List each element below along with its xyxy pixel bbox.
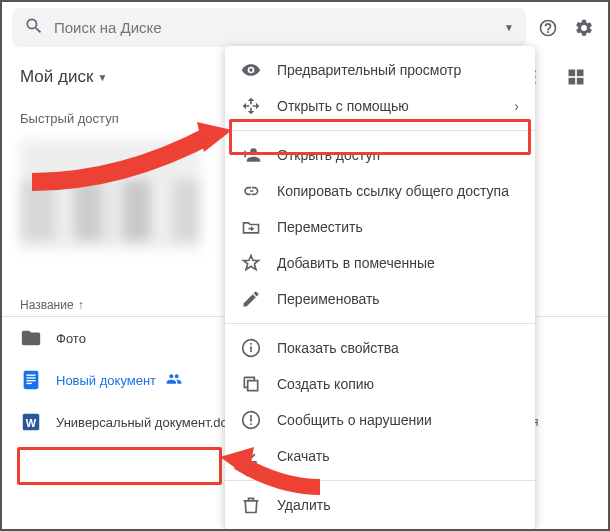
svg-rect-15: [250, 343, 252, 345]
ctx-details[interactable]: Показать свойства: [225, 330, 535, 366]
ctx-divider: [225, 323, 535, 324]
star-icon: [241, 253, 261, 273]
svg-text:W: W: [26, 417, 37, 429]
eye-icon: [241, 60, 261, 80]
svg-rect-11: [26, 383, 32, 384]
folder-icon: [20, 327, 42, 349]
ctx-star[interactable]: Добавить в помеченные: [225, 245, 535, 281]
svg-rect-8: [26, 375, 35, 376]
settings-button[interactable]: [570, 14, 598, 42]
copy-icon: [241, 374, 261, 394]
open-with-icon: [241, 96, 261, 116]
search-input[interactable]: [54, 19, 494, 36]
grid-view-button[interactable]: [562, 63, 590, 91]
ctx-download[interactable]: Скачать: [225, 438, 535, 474]
search-box[interactable]: ▼: [12, 8, 526, 47]
breadcrumb[interactable]: Мой диск ▼: [20, 67, 107, 87]
ctx-rename[interactable]: Переименовать: [225, 281, 535, 317]
help-button[interactable]: [534, 14, 562, 42]
link-icon: [241, 181, 261, 201]
svg-rect-6: [577, 78, 584, 85]
trash-icon: [241, 495, 261, 515]
ctx-divider: [225, 130, 535, 131]
move-icon: [241, 217, 261, 237]
search-icon: [24, 16, 44, 39]
ctx-divider: [225, 480, 535, 481]
pencil-icon: [241, 289, 261, 309]
svg-rect-14: [250, 346, 252, 352]
ctx-preview[interactable]: Предварительный просмотр: [225, 52, 535, 88]
quick-access-thumb[interactable]: [20, 140, 200, 250]
gdoc-icon: [20, 369, 42, 391]
report-icon: [241, 410, 261, 430]
svg-rect-9: [26, 377, 35, 378]
ctx-copy-link[interactable]: Копировать ссылку общего доступа: [225, 173, 535, 209]
chevron-down-icon: ▼: [97, 72, 107, 83]
ctx-share[interactable]: Открыть доступ: [225, 137, 535, 173]
ctx-move[interactable]: Переместить: [225, 209, 535, 245]
svg-rect-10: [26, 380, 35, 381]
svg-rect-17: [250, 423, 252, 425]
breadcrumb-title: Мой диск: [20, 67, 93, 87]
ctx-delete[interactable]: Удалить: [225, 487, 535, 523]
svg-rect-4: [577, 70, 584, 77]
download-icon: [241, 446, 261, 466]
search-options-icon[interactable]: ▼: [504, 22, 514, 33]
svg-rect-3: [569, 70, 576, 77]
svg-rect-5: [569, 78, 576, 85]
context-menu: Предварительный просмотр Открыть с помощ…: [225, 46, 535, 529]
ctx-report[interactable]: Сообщить о нарушении: [225, 402, 535, 438]
shared-icon: [166, 371, 182, 390]
ctx-open-with[interactable]: Открыть с помощью ›: [225, 88, 535, 124]
selection-highlight: [17, 447, 222, 485]
info-icon: [241, 338, 261, 358]
sort-arrow-icon: ↑: [78, 298, 84, 312]
word-icon: W: [20, 411, 42, 433]
svg-rect-16: [250, 415, 252, 422]
chevron-right-icon: ›: [514, 98, 519, 114]
person-add-icon: [241, 145, 261, 165]
ctx-copy[interactable]: Создать копию: [225, 366, 535, 402]
